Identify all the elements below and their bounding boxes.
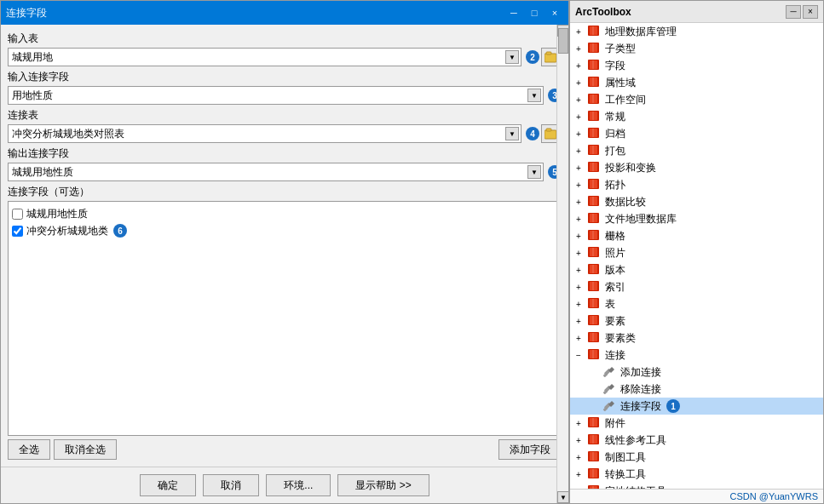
close-button[interactable]: × [546,5,563,20]
folder-icon [587,450,601,465]
join-table-section: 连接表 冲突分析城规地类对照表 ▼ 4 [8,108,562,143]
folder-item[interactable]: +版本 [570,261,823,278]
tree-expand-icon[interactable]: + [573,61,584,71]
tree-expand-icon[interactable]: + [573,27,584,37]
output-join-field-select[interactable]: 城规用地性质 [12,166,539,178]
field-checkbox-1[interactable] [12,209,23,220]
tree-expand-icon[interactable]: + [573,198,584,207]
deselect-all-button[interactable]: 取消全选 [54,439,117,460]
tree-expand-icon[interactable]: − [573,351,584,360]
help-button[interactable]: 显示帮助 >> [337,474,429,496]
input-join-field-label: 输入连接字段 [8,70,562,84]
optional-fields-list[interactable]: 城规用地性质 冲突分析城规地类 6 [8,201,562,436]
tree-expand-icon[interactable]: + [573,470,584,479]
atb-min-button[interactable]: ─ [786,5,801,19]
folder-icon [587,433,601,448]
atb-close-button[interactable]: × [803,5,818,19]
tree-expand-icon[interactable]: + [573,249,584,258]
select-all-button[interactable]: 全选 [8,439,50,460]
scrollbar-thumb[interactable] [558,28,568,54]
folder-item[interactable]: +常规 [570,108,823,125]
tree-expand-icon[interactable]: + [573,95,584,105]
tree-item-label: 添加连接 [620,365,661,380]
folder-item[interactable]: +归档 [570,125,823,142]
footer-text: CSDN @YuanYWRS [730,491,818,501]
input-join-field-select[interactable]: 用地性质 [12,89,539,101]
folder-item[interactable]: +转换工具 [570,466,823,483]
tool-item[interactable]: 添加连接 [570,364,823,381]
folder-item[interactable]: +地理数据库管理 [570,23,823,40]
svg-rect-8 [590,43,597,52]
dialog-scrollbar[interactable]: ▲ ▼ [556,25,568,503]
folder-item[interactable]: +线性参考工具 [570,432,823,449]
output-join-field-combo[interactable]: 城规用地性质 ▼ [8,163,544,181]
tree-expand-icon[interactable]: + [573,334,584,343]
folder-item[interactable]: +栅格 [570,227,823,244]
folder-item[interactable]: +工作空间 [570,91,823,108]
tree-expand-icon[interactable]: + [573,129,584,139]
badge-6: 6 [113,224,127,238]
folder-item[interactable]: +要素类 [570,329,823,346]
maximize-button[interactable]: □ [526,5,543,20]
tool-item[interactable]: 移除连接 [570,381,823,398]
tree-expand-icon[interactable]: + [573,78,584,88]
tree-expand-icon[interactable]: + [573,112,584,122]
svg-rect-20 [590,112,597,120]
tree-expand-icon[interactable]: + [573,300,584,309]
add-field-button[interactable]: 添加字段 [498,439,562,460]
join-table-select[interactable]: 冲突分析城规地类对照表 [12,128,517,140]
input-table-select[interactable]: 城规用地 [12,51,517,63]
optional-fields-section: 连接字段（可选） 城规用地性质 冲突分析城规地类 6 [8,185,562,460]
minimize-button[interactable]: ─ [505,5,522,20]
scroll-down-arrow[interactable]: ▼ [557,491,569,503]
svg-rect-38 [590,214,597,222]
folder-item[interactable]: −连接 [570,346,823,364]
tree-expand-icon[interactable]: + [573,146,584,156]
env-button[interactable]: 环境... [266,474,331,496]
tree-item-label: 数据比较 [605,195,646,209]
svg-rect-17 [590,94,597,103]
tree-item-label: 制图工具 [605,450,646,465]
folder-item[interactable]: +属性域 [570,74,823,91]
folder-item[interactable]: +索引 [570,278,823,295]
tree-expand-icon[interactable]: + [573,232,584,241]
folder-item[interactable]: +拓扑 [570,176,823,193]
folder-icon [587,178,601,192]
folder-item[interactable]: +字段 [570,57,823,74]
tree-expand-icon[interactable]: + [573,317,584,326]
tree-expand-icon[interactable]: + [573,419,584,428]
cancel-button[interactable]: 取消 [203,474,259,496]
folder-item[interactable]: +文件地理数据库 [570,210,823,227]
folder-item[interactable]: +制图工具 [570,449,823,466]
join-table-combo[interactable]: 冲突分析城规地类对照表 ▼ [8,124,521,143]
tree-expand-icon[interactable]: + [573,180,584,190]
tree-expand-icon[interactable]: + [573,283,584,292]
folder-item[interactable]: +照片 [570,244,823,261]
ok-button[interactable]: 确定 [140,474,196,496]
folder-icon [587,467,601,482]
folder-icon [587,93,601,107]
input-table-combo[interactable]: 城规用地 ▼ [8,48,521,66]
folder-item[interactable]: +子类型 [570,40,823,57]
folder-icon [587,59,601,73]
tree-item-label: 子类型 [605,42,636,56]
tree-expand-icon[interactable]: + [573,163,584,173]
tree-expand-icon[interactable]: + [573,453,584,462]
svg-rect-53 [590,299,597,307]
folder-item[interactable]: +附件 [570,415,823,432]
folder-item[interactable]: +数据比较 [570,193,823,210]
folder-item[interactable]: +打包 [570,142,823,159]
tree-expand-icon[interactable]: + [573,436,584,445]
folder-item[interactable]: +表 [570,295,823,312]
folder-item[interactable]: +宗地结构工具 [570,483,823,489]
dialog-title: 连接字段 [6,6,47,20]
folder-item[interactable]: +要素 [570,312,823,329]
tool-item[interactable]: 连接字段1 [570,398,823,415]
input-join-field-combo[interactable]: 用地性质 ▼ [8,86,544,105]
folder-item[interactable]: +投影和变换 [570,159,823,176]
field-checkbox-2[interactable] [12,226,23,237]
action-button-row: 全选 取消全选 添加字段 [8,439,562,460]
tree-expand-icon[interactable]: + [573,266,584,275]
tree-expand-icon[interactable]: + [573,215,584,224]
tree-expand-icon[interactable]: + [573,44,584,54]
